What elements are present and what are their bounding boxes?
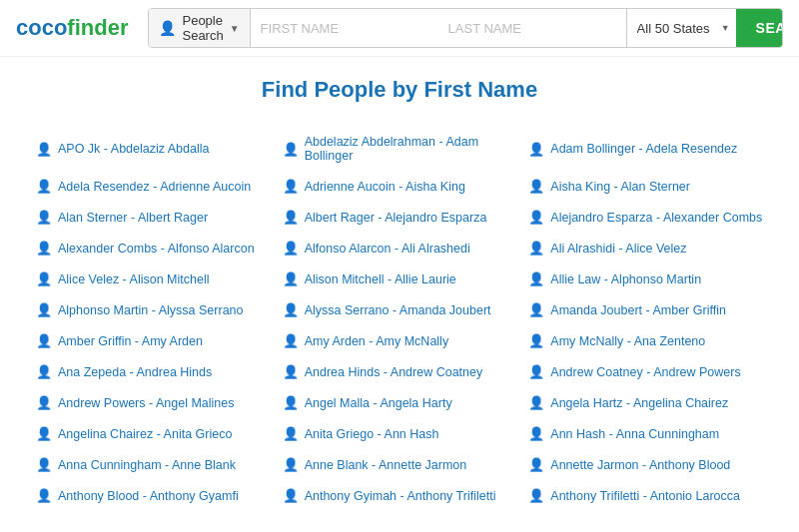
list-item[interactable]: 👤Ana Zepeda - Andrea Hinds — [30, 356, 277, 387]
list-item[interactable]: 👤Ann Hash - Anna Cunningham — [522, 418, 769, 449]
list-item[interactable]: 👤Adrienne Aucoin - Aisha King — [277, 171, 523, 202]
list-item[interactable]: 👤Amy McNally - Ana Zenteno — [522, 325, 769, 356]
search-type-selector[interactable]: 👤 People Search ▼ — [149, 9, 250, 47]
list-item[interactable]: 👤Alejandro Esparza - Alexander Combs — [522, 202, 769, 233]
person-icon: 👤 — [283, 488, 299, 503]
state-select[interactable]: All 50 States — [627, 9, 730, 47]
link-text[interactable]: Angel Malla - Angela Harty — [305, 396, 452, 410]
list-item[interactable]: 👤Amber Griffin - Amy Arden — [30, 325, 277, 356]
chevron-down-icon: ▼ — [230, 23, 240, 34]
link-text[interactable]: Anthony Gyimah - Anthony Trifiletti — [305, 489, 496, 503]
link-text[interactable]: Alan Sterner - Albert Rager — [58, 211, 208, 225]
person-icon: 👤 — [283, 302, 299, 317]
last-name-input[interactable] — [438, 9, 626, 47]
link-text[interactable]: Alyssa Serrano - Amanda Joubert — [305, 303, 491, 317]
link-text[interactable]: Adam Bollinger - Adela Resendez — [550, 142, 737, 156]
list-item[interactable]: 👤Alison Mitchell - Allie Laurie — [277, 264, 523, 294]
person-icon: 👤 — [36, 395, 52, 410]
person-icon: 👤 — [283, 142, 299, 157]
link-text[interactable]: Alejandro Esparza - Alexander Combs — [550, 211, 762, 225]
link-text[interactable]: Alexander Combs - Alfonso Alarcon — [58, 242, 255, 256]
link-text[interactable]: Anthony Trifiletti - Antonio Larocca — [550, 489, 740, 503]
person-icon: 👤 — [283, 179, 299, 194]
link-text[interactable]: Andrew Powers - Angel Malines — [58, 396, 234, 410]
link-text[interactable]: Aisha King - Alan Sterner — [550, 180, 690, 194]
link-text[interactable]: Allie Law - Alphonso Martin — [550, 272, 701, 286]
list-item[interactable]: 👤Anita Griego - Ann Hash — [277, 418, 523, 449]
list-item[interactable]: 👤Abdelaziz Abdelrahman - Adam Bollinger — [277, 127, 523, 171]
link-text[interactable]: APO Jk - Abdelaziz Abdalla — [58, 142, 209, 156]
list-item[interactable]: 👤Allie Law - Alphonso Martin — [522, 264, 769, 294]
list-item[interactable]: 👤Alexander Combs - Alfonso Alarcon — [30, 233, 277, 264]
link-text[interactable]: Anna Cunningham - Anne Blank — [58, 458, 236, 472]
person-icon: 👤 — [283, 241, 299, 256]
link-text[interactable]: Anita Griego - Ann Hash — [305, 427, 439, 441]
link-text[interactable]: Alison Mitchell - Allie Laurie — [305, 272, 456, 286]
link-text[interactable]: Adela Resendez - Adrienne Aucoin — [58, 180, 251, 194]
link-text[interactable]: Amanda Joubert - Amber Griffin — [550, 303, 726, 317]
list-item[interactable]: 👤Anne Blank - Annette Jarmon — [277, 449, 523, 480]
link-text[interactable]: Amy McNally - Ana Zenteno — [550, 334, 705, 348]
list-item[interactable]: 👤Ali Alrashidi - Alice Velez — [522, 233, 769, 264]
link-text[interactable]: Ann Hash - Anna Cunningham — [550, 427, 719, 441]
first-name-input[interactable] — [251, 9, 438, 47]
link-text[interactable]: Angelina Chairez - Anita Grieco — [58, 427, 232, 441]
person-icon: 👤 — [528, 426, 544, 441]
link-text[interactable]: Anthony Blood - Anthony Gyamfi — [58, 489, 239, 503]
list-item[interactable]: 👤Andrew Coatney - Andrew Powers — [522, 356, 769, 387]
list-item[interactable]: 👤Adela Resendez - Adrienne Aucoin — [30, 171, 277, 202]
link-text[interactable]: Andrew Coatney - Andrew Powers — [550, 365, 740, 379]
search-button[interactable]: SEARCH — [736, 9, 783, 47]
person-icon: 👤 — [528, 179, 544, 194]
link-text[interactable]: Adrienne Aucoin - Aisha King — [305, 180, 465, 194]
list-item[interactable]: 👤Andrew Powers - Angel Malines — [30, 387, 277, 418]
link-text[interactable]: Ana Zepeda - Andrea Hinds — [58, 365, 212, 379]
list-item[interactable]: 👤Alice Velez - Alison Mitchell — [30, 264, 277, 294]
link-text[interactable]: Ali Alrashidi - Alice Velez — [550, 242, 686, 256]
list-item[interactable]: 👤Aisha King - Alan Sterner — [522, 171, 769, 202]
link-text[interactable]: Amber Griffin - Amy Arden — [58, 334, 203, 348]
list-item[interactable]: 👤Albert Rager - Alejandro Esparza — [277, 202, 523, 233]
person-icon: 👤 — [528, 457, 544, 472]
list-item[interactable]: 👤Anthony Trifiletti - Antonio Larocca — [522, 480, 769, 511]
link-text[interactable]: Alphonso Martin - Alyssa Serrano — [58, 303, 244, 317]
link-text[interactable]: Anne Blank - Annette Jarmon — [305, 458, 467, 472]
list-item[interactable]: 👤Andrea Hinds - Andrew Coatney — [277, 356, 523, 387]
list-item[interactable]: 👤Angel Malla - Angela Harty — [277, 387, 523, 418]
person-icon: 👤 — [528, 488, 544, 503]
link-text[interactable]: Angela Hartz - Angelina Chairez — [550, 396, 728, 410]
person-icon: 👤 — [283, 333, 299, 348]
list-item[interactable]: 👤Amanda Joubert - Amber Griffin — [522, 294, 769, 325]
list-item[interactable]: 👤Alan Sterner - Albert Rager — [30, 202, 277, 233]
person-icon: 👤 — [36, 302, 52, 317]
link-text[interactable]: Annette Jarmon - Anthony Blood — [550, 458, 730, 472]
link-text[interactable]: Amy Arden - Amy McNally — [305, 334, 448, 348]
list-item[interactable]: 👤Anna Cunningham - Anne Blank — [30, 449, 277, 480]
list-item[interactable]: 👤Angelina Chairez - Anita Grieco — [30, 418, 277, 449]
search-bar: 👤 People Search ▼ All 50 States SEARCH — [148, 8, 783, 48]
person-icon: 👤 — [36, 210, 52, 225]
link-text[interactable]: Alice Velez - Alison Mitchell — [58, 272, 209, 286]
list-item[interactable]: 👤Annette Jarmon - Anthony Blood — [522, 449, 769, 480]
link-text[interactable]: Abdelaziz Abdelrahman - Adam Bollinger — [305, 135, 517, 163]
link-text[interactable]: Albert Rager - Alejandro Esparza — [305, 211, 487, 225]
link-text[interactable]: Alfonso Alarcon - Ali Alrashedi — [305, 242, 470, 256]
list-item[interactable]: 👤Angela Hartz - Angelina Chairez — [522, 387, 769, 418]
person-icon: 👤 — [528, 302, 544, 317]
page-title: Find People by First Name — [30, 77, 769, 103]
list-item[interactable]: 👤Amy Arden - Amy McNally — [277, 325, 523, 356]
list-item[interactable]: 👤APO Jk - Abdelaziz Abdalla — [30, 127, 277, 171]
list-item[interactable]: 👤Anthony Blood - Anthony Gyamfi — [30, 480, 277, 511]
list-item[interactable]: 👤Alfonso Alarcon - Ali Alrashedi — [277, 233, 523, 264]
person-icon: 👤 — [36, 333, 52, 348]
person-icon: 👤 — [283, 210, 299, 225]
person-icon: 👤 — [283, 395, 299, 410]
list-item[interactable]: 👤Anthony Gyimah - Anthony Trifiletti — [277, 480, 523, 511]
person-icon: 👤 — [283, 457, 299, 472]
link-text[interactable]: Andrea Hinds - Andrew Coatney — [305, 365, 483, 379]
list-item[interactable]: 👤Alphonso Martin - Alyssa Serrano — [30, 294, 277, 325]
list-item[interactable]: 👤Alyssa Serrano - Amanda Joubert — [277, 294, 523, 325]
search-type-label: People Search — [182, 13, 223, 43]
list-item[interactable]: 👤Adam Bollinger - Adela Resendez — [522, 127, 769, 171]
header: cocofinder 👤 People Search ▼ All 50 Stat… — [0, 0, 799, 57]
